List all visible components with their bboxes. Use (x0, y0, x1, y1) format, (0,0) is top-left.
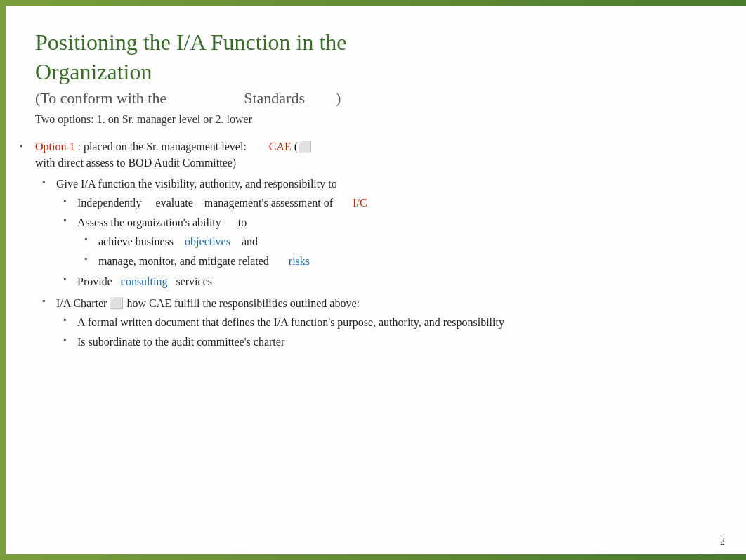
title-line1: Positioning the I/A Function in the (35, 30, 347, 55)
level2-list: Give I/A function the visibility, author… (35, 176, 711, 351)
left-accent (0, 6, 6, 554)
manage-item: manage, monitor, and mitigate related ri… (98, 253, 711, 269)
formal-doc-text: A formal written document that defines t… (77, 316, 504, 328)
give-ia-text: Give I/A function the visibility, author… (56, 178, 337, 190)
option1-text2: (⬜ (294, 141, 312, 152)
ia-charter-item: I/A Charter ⬜ how CAE fulfill the respon… (56, 295, 711, 351)
slide: Positioning the I/A Function in the Orga… (0, 0, 746, 560)
provide-text: Provide (77, 275, 112, 287)
provide-item: Provide consulting services (77, 273, 711, 289)
intro-text: Two options: 1. on Sr. manager level or … (35, 113, 711, 126)
manage-text: manage, monitor, and mitigate related (98, 255, 269, 267)
page-number: 2 (720, 536, 725, 547)
title-section: Positioning the I/A Function in the Orga… (35, 28, 711, 126)
give-ia-item: Give I/A function the visibility, author… (56, 176, 711, 289)
subtitle: (To conform with the Standards ) (35, 89, 711, 108)
formal-doc-item: A formal written document that defines t… (77, 314, 711, 330)
level3-list-1: Independently evaluate management's asse… (56, 195, 711, 289)
option1-text3: with direct assess to BOD Audit Committe… (35, 157, 236, 169)
subordinate-item: Is subordinate to the audit committee's … (77, 334, 711, 350)
option1-item: Option 1 : placed on the Sr. management … (35, 138, 711, 350)
achieve-text: achieve business (98, 235, 174, 247)
ic-label: I/C (353, 197, 367, 209)
assess-text: Assess the organization's ability to (77, 216, 247, 228)
risks-label: risks (289, 255, 310, 267)
subordinate-text: Is subordinate to the audit committee's … (77, 336, 284, 348)
content-area: Option 1 : placed on the Sr. management … (35, 138, 711, 350)
services-text: services (176, 275, 212, 287)
cae-label: CAE (269, 141, 292, 152)
and-text: and (242, 235, 258, 247)
objectives-label: objectives (185, 235, 230, 247)
level4-list: achieve business objectives and manage, … (77, 233, 711, 269)
independently-item: Independently evaluate management's asse… (77, 195, 711, 211)
option1-label: Option 1 (35, 141, 74, 152)
option1-text1: : placed on the Sr. management level: (77, 141, 246, 152)
bottom-bar (0, 554, 746, 560)
level1-list: Option 1 : placed on the Sr. management … (35, 138, 711, 350)
assess-item: Assess the organization's ability to ach… (77, 214, 711, 270)
intro-content: Two options: 1. on Sr. manager level or … (35, 113, 252, 125)
level3-list-2: A formal written document that defines t… (56, 314, 711, 350)
top-bar (0, 0, 746, 6)
consulting-label: consulting (121, 275, 168, 287)
achieve-item: achieve business objectives and (98, 233, 711, 249)
title-line2: Organization (35, 59, 152, 84)
independently-text: Independently evaluate management's asse… (77, 197, 333, 209)
main-title: Positioning the I/A Function in the Orga… (35, 28, 711, 86)
subtitle-text: (To conform with the Standards ) (35, 89, 341, 107)
ia-charter-text: I/A Charter ⬜ how CAE fulfill the respon… (56, 297, 360, 309)
